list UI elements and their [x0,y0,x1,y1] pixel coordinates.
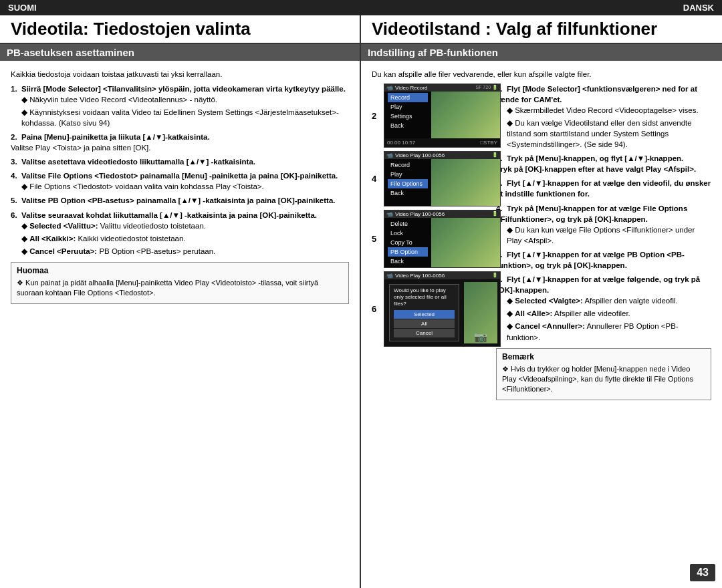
bullet-r6-1: Selected <Valgte>: Afspiller den valgte … [507,295,711,306]
screen-5-num: 5 [372,234,376,244]
dialog-btn-selected[interactable]: Selected [394,310,455,319]
screen-6-quality: 🔋 [492,273,498,278]
menu-4-fileoptions: File Options [388,179,428,188]
right-text: 1. Flyt [Mode Selector] <funktionsvælger… [496,84,711,400]
step-left-4-text: Valitse File Options <Tiedostot> painama… [21,172,338,180]
screen-6-header: 📹 Video Play 100-0056 🔋 [384,272,500,279]
step-right-1-text: Flyt [Mode Selector] <funktionsvælgeren>… [496,85,697,104]
dialog-text: Would you like to play only selected fil… [394,287,455,308]
screen-2-quality: SF 720 🔋 [475,85,498,90]
menu-2-back: Back [388,121,428,130]
intro-right: Du kan afspille alle filer vedvarende, e… [372,70,711,78]
screen-5-quality: 🔋 [492,211,498,216]
menu-5-delete: Delete [388,219,428,229]
screen-6-wrapper: 6 📹 Video Play 100-0056 🔋 Would you [384,271,492,347]
section-bar-right: Indstilling af PB-funktionen [361,44,722,61]
step-right-3-text: Flyt [▲/▼]-knappen for at vælge den vide… [496,179,711,198]
screens-column: 2 📹 Video Record SF 720 🔋 Record Play [372,84,492,400]
cam-icon-6: 📹 [386,273,393,279]
screen-2-num: 2 [372,110,376,120]
step-left-6: 6. Valitse seuraavat kohdat liikuttamall… [11,210,349,257]
left-text: 1. Siirrä [Mode Selector] <Tilanvalitsin… [11,84,349,304]
step-left-4: 4. Valitse File Options <Tiedostot> pain… [11,170,349,192]
dialog-btn-all[interactable]: All [394,319,455,328]
screen-4-body: Record Play File Options Back [384,159,500,206]
step-left-2-plain: Valitse Play <Toista> ja paina sitten [O… [11,144,150,152]
main-title-left: Videotila: Tiedostojen valinta [11,19,349,39]
screen-4-menu: Record Play File Options Back [384,159,431,206]
bullet-l1-1: Näkyviin tulee Video Record <Videotallen… [21,94,349,105]
bullet-r1-2: Du kan vælge Videotilstand eller den sid… [507,118,711,150]
note-box-right: Bemærk ❖ Hvis du trykker og holder [Menu… [496,348,711,400]
page-container: SUOMI DANSK Videotila: Tiedostojen valin… [0,0,722,588]
cam-icon-4: 📹 [386,152,393,158]
intro-left: Kaikkia tiedostoja voidaan toistaa jatku… [11,70,349,78]
title-row: Videotila: Tiedostojen valinta Videotils… [0,15,722,44]
menu-4-record: Record [388,160,428,170]
screen-6: 📹 Video Play 100-0056 🔋 Would you like t… [384,271,501,347]
right-body: 2 📹 Video Record SF 720 🔋 Record Play [372,84,711,400]
screen-2-wrapper: 2 📹 Video Record SF 720 🔋 Record Play [384,84,492,148]
menu-5-copyto: Copy To [388,238,428,247]
bullet-r4-1: Du kan kun vælge File Options <Filfunkti… [507,225,711,246]
menu-2-record: Record [388,93,428,102]
note-right-text: Hvis du trykker og holder [Menu]-knappen… [502,365,693,394]
screen-5-body: Delete Lock Copy To PB Option Back [384,218,500,267]
note-title-right: Bemærk [502,352,705,361]
main-content: Kaikkia tiedostoja voidaan toistaa jatku… [0,65,722,588]
screen-2: 📹 Video Record SF 720 🔋 Record Play Sett… [384,84,501,148]
screen-4-preview [431,159,500,206]
screen-4-quality: 🔋 [492,152,498,158]
step-right-2-text: Tryk på [Menu]-knappen, og flyt [▲/▼]-kn… [507,154,683,162]
screen-2-preview [431,92,500,138]
step-right-4-text: Tryk på [Menu]-knappen for at vælge File… [496,204,687,223]
step-left-1: 1. Siirrä [Mode Selector] <Tilanvalitsin… [11,84,349,128]
step-left-2-num: 2. [11,133,19,141]
menu-5-lock: Lock [388,229,428,238]
left-body: 1. Siirrä [Mode Selector] <Tilanvalitsin… [11,84,349,304]
menu-2-settings: Settings [388,112,428,121]
step-right-6-text: Flyt [▲/▼]-knappen for at vælge følgende… [496,275,700,294]
step-left-2: 2. Paina [Menu]-painiketta ja liikuta [▲… [11,132,349,153]
screen-5: 📹 Video Play 100-0056 🔋 Delete Lock Copy… [384,210,501,268]
section-bar-right-wrapper: Indstilling af PB-funktionen [361,44,722,65]
step-right-2-plain: Tryk på [OK]-knappen efter at have valgt… [496,165,696,173]
screen-6-title: Video Play 100-0056 [395,273,490,279]
dialog-btn-cancel[interactable]: Cancel [394,329,455,337]
step-left-2-text: Paina [Menu]-painiketta ja liikuta [▲/▼]… [21,133,210,141]
main-title-right: Videotilstand : Valg af filfunktioner [372,19,711,39]
screen-6-num: 6 [372,304,376,314]
cam-icon-2: 📹 [386,85,393,91]
screen-2-stby: □STBY [480,140,497,146]
menu-5-back: Back [388,257,428,266]
bullet-r6-3: Cancel <Annuller>: Annullerer PB Option … [507,321,711,342]
step-left-1-num: 1. [11,85,19,93]
screen-2-title: Video Record [395,85,473,91]
section-bars: PB-asetuksen asettaminen Indstilling af … [0,44,722,65]
screen-2-body: Record Play Settings Back [384,92,500,138]
note-right-content: ❖ Hvis du trykker og holder [Menu]-knapp… [502,364,705,395]
step-left-4-num: 4. [11,172,19,180]
step-left-6-text: Valitse seuraavat kohdat liikuttamalla [… [21,211,317,219]
screen-5-title: Video Play 100-0056 [395,211,490,217]
screen-2-header: 📹 Video Record SF 720 🔋 [384,84,500,92]
step-right-5-text: Flyt [▲/▼]-knappen for at vælge PB Optio… [496,251,685,269]
screen-6-preview: 📷 [464,282,497,343]
menu-4-play: Play [388,170,428,179]
step-left-6-num: 6. [11,211,19,219]
step-right-6: 6. Flyt [▲/▼]-knappen for at vælge følge… [496,274,711,343]
screen-2-time: 00:00 10:57 [387,140,415,146]
step-right-5: 5. Flyt [▲/▼]-knappen for at vælge PB Op… [496,249,711,271]
screen-4-title: Video Play 100-0056 [395,152,490,158]
step-left-3-num: 3. [11,158,19,166]
menu-4-back: Back [388,188,428,198]
menu-2-play: Play [388,102,428,112]
bullet-l6-2: All <Kaikki>: Kaikki videotiedostot tois… [21,233,349,244]
screen-6-body: Would you like to play only selected fil… [384,279,500,346]
col-right: Du kan afspille alle filer vedvarende, e… [361,65,722,588]
section-bar-left: PB-asetuksen asettaminen [0,44,360,61]
col-left: Kaikkia tiedostoja voidaan toistaa jatku… [0,65,361,588]
step-left-1-text: Siirrä [Mode Selector] <Tilanvalitsin> y… [21,85,346,93]
screen-4-num: 4 [372,174,376,184]
screen-5-preview [431,218,500,267]
